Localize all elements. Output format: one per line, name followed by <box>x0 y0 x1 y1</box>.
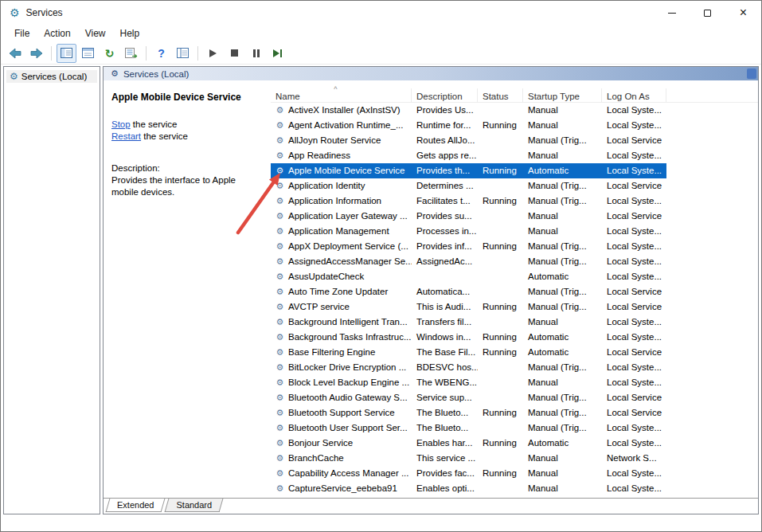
service-log-on-as-cell: Local Syste... <box>602 224 666 239</box>
table-row[interactable]: ⚙AllJoyn Router ServiceRoutes AllJo...Ma… <box>271 133 666 148</box>
help-button[interactable]: ? <box>151 44 171 63</box>
service-status-cell <box>478 224 523 239</box>
close-button[interactable]: × <box>725 1 761 25</box>
table-row[interactable]: ⚙Application Layer Gateway ...Provides s… <box>271 209 666 224</box>
service-startup-type-cell: Manual <box>523 224 602 239</box>
service-startup-type-cell: Manual (Trig... <box>523 421 602 436</box>
service-name-cell: ⚙ActiveX Installer (AxInstSV) <box>271 103 412 118</box>
back-button[interactable] <box>5 44 25 63</box>
column-header-description-label: Description <box>416 92 463 101</box>
tab-standard[interactable]: Standard <box>166 499 221 512</box>
view-tab-bar: Extended Standard <box>104 498 758 514</box>
pause-service-button[interactable] <box>246 44 266 63</box>
column-header-log-on-as-label: Log On As <box>607 92 650 101</box>
restart-service-link[interactable]: Restart <box>111 131 141 141</box>
table-row[interactable]: ⚙Apple Mobile Device ServiceProvides th.… <box>271 163 666 178</box>
service-name-text: Agent Activation Runtime_... <box>288 118 403 133</box>
service-status-cell: Running <box>478 118 523 133</box>
column-header-description[interactable]: Description <box>412 88 478 102</box>
menu-file[interactable]: File <box>7 26 37 41</box>
service-description-cell: AssignedAc... <box>412 254 478 269</box>
table-row[interactable]: ⚙CaptureService_eebeba91Enables opti...M… <box>271 481 666 496</box>
show-hide-console-tree-button[interactable] <box>57 44 76 63</box>
column-header-startup-type[interactable]: Startup Type <box>523 88 602 102</box>
column-header-log-on-as[interactable]: Log On As <box>602 88 666 102</box>
table-row[interactable]: ⚙Background Tasks Infrastruc...Windows i… <box>271 330 666 345</box>
column-header-name[interactable]: ^ Name <box>271 88 412 102</box>
menu-action[interactable]: Action <box>37 26 77 41</box>
console-tree-icon <box>61 48 72 58</box>
service-log-on-as-cell: Local Syste... <box>602 269 666 284</box>
table-row[interactable]: ⚙Bluetooth Support ServiceThe Blueto...R… <box>271 405 666 421</box>
table-row[interactable]: ⚙BitLocker Drive Encryption ...BDESVC ho… <box>271 360 666 375</box>
service-startup-type-cell: Manual <box>523 466 602 481</box>
service-name-text: Application Identity <box>288 178 365 194</box>
properties-icon <box>82 48 94 58</box>
service-status-cell: Running <box>478 405 523 421</box>
menu-bar: File Action View Help <box>1 25 761 42</box>
table-row[interactable]: ⚙AppX Deployment Service (...Provides in… <box>271 239 666 254</box>
service-name-text: AllJoyn Router Service <box>288 133 381 148</box>
column-header-name-label: Name <box>275 92 300 101</box>
table-row[interactable]: ⚙ActiveX Installer (AxInstSV)Provides Us… <box>271 103 666 118</box>
table-row[interactable]: ⚙Capability Access Manager ...Provides f… <box>271 466 666 481</box>
service-name-cell: ⚙Agent Activation Runtime_... <box>271 118 412 133</box>
results-banner: ⚙ Services (Local) <box>104 67 758 80</box>
table-row[interactable]: ⚙Block Level Backup Engine ...The WBENG.… <box>271 375 666 390</box>
column-header-status[interactable]: Status <box>478 88 523 102</box>
table-row[interactable]: ⚙Application InformationFacilitates t...… <box>271 194 666 209</box>
service-log-on-as-cell: Local Syste... <box>602 103 666 118</box>
refresh-button[interactable]: ↻ <box>100 44 119 63</box>
stop-service-link[interactable]: Stop <box>111 119 131 129</box>
table-row[interactable]: ⚙Bluetooth Audio Gateway S...Service sup… <box>271 390 666 405</box>
service-status-cell <box>478 375 523 390</box>
table-row[interactable]: ⚙AVCTP serviceThis is Audi...RunningManu… <box>271 299 666 315</box>
service-name-cell: ⚙Application Layer Gateway ... <box>271 209 412 224</box>
tab-extended[interactable]: Extended <box>107 499 163 512</box>
window-title: Services <box>26 7 63 18</box>
start-service-icon <box>209 49 217 57</box>
table-row[interactable]: ⚙Bonjour ServiceEnables har...RunningAut… <box>271 436 666 451</box>
menu-view[interactable]: View <box>78 26 113 41</box>
tab-standard-label: Standard <box>176 500 212 510</box>
table-row[interactable]: ⚙AssignedAccessManager Se...AssignedAc..… <box>271 254 666 269</box>
table-row[interactable]: ⚙Agent Activation Runtime_...Runtime for… <box>271 118 666 133</box>
minimize-button[interactable] <box>654 1 690 25</box>
table-row[interactable]: ⚙Application IdentityDetermines ...Manua… <box>271 178 666 194</box>
properties-button[interactable] <box>78 44 98 63</box>
service-status-cell: Running <box>478 299 523 315</box>
service-description-cell: The WBENG... <box>412 375 478 390</box>
export-list-button[interactable] <box>121 44 141 63</box>
service-status-cell <box>478 360 523 375</box>
forward-button[interactable] <box>26 44 46 63</box>
table-row[interactable]: ⚙Bluetooth User Support Ser...The Blueto… <box>271 421 666 436</box>
service-name-cell: ⚙Application Identity <box>271 178 412 194</box>
service-log-on-as-cell: Local Service <box>602 284 666 299</box>
stop-service-button[interactable] <box>225 44 244 63</box>
service-startup-type-cell: Manual <box>523 315 602 330</box>
service-name-text: Auto Time Zone Updater <box>288 284 388 299</box>
table-row[interactable]: ⚙App ReadinessGets apps re...ManualLocal… <box>271 148 666 163</box>
help-icon: ? <box>158 48 165 59</box>
service-description-cell: The Blueto... <box>412 421 478 436</box>
maximize-button[interactable] <box>690 1 725 25</box>
service-name-cell: ⚙Apple Mobile Device Service <box>271 163 412 178</box>
extended-view-button[interactable] <box>173 44 193 63</box>
start-service-button[interactable] <box>203 44 223 63</box>
table-row[interactable]: ⚙AsusUpdateCheckAutomaticLocal Syste... <box>271 269 666 284</box>
table-row[interactable]: ⚙Application ManagementProcesses in...Ma… <box>271 224 666 239</box>
service-log-on-as-cell: Local Syste... <box>602 436 666 451</box>
table-row[interactable]: ⚙Auto Time Zone UpdaterAutomatica...Manu… <box>271 284 666 299</box>
service-name-cell: ⚙AssignedAccessManager Se... <box>271 254 412 269</box>
restart-link-suffix: the service <box>141 131 188 141</box>
tree-item-services-local[interactable]: ⚙ Services (Local) <box>6 70 97 83</box>
table-row[interactable]: ⚙Background Intelligent Tran...Transfers… <box>271 315 666 330</box>
restart-service-button[interactable] <box>268 44 287 63</box>
column-header-status-label: Status <box>483 92 509 101</box>
table-row[interactable]: ⚙BranchCacheThis service ...ManualNetwor… <box>271 451 666 466</box>
menu-help[interactable]: Help <box>113 26 147 41</box>
service-log-on-as-cell: Local Service <box>602 133 666 148</box>
service-action-links: Stop the service Restart the service <box>111 119 261 143</box>
table-row[interactable]: ⚙Base Filtering EngineThe Base Fil...Run… <box>271 345 666 360</box>
service-status-cell: Running <box>478 194 523 209</box>
